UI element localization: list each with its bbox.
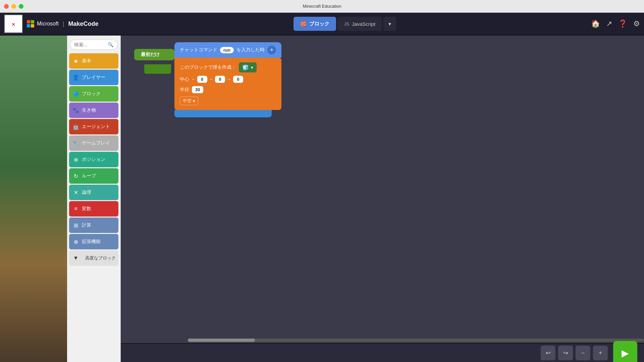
sidebar-item-extension[interactable]: ⊕ 拡張機能	[69, 234, 118, 249]
sidebar-item-kihon[interactable]: ★ 基本	[69, 53, 118, 69]
code-workspace[interactable]: 最初だけ チャットコマンド run を入力した時 + このブロックで球を作成：	[121, 36, 644, 362]
first-only-label: 最初だけ	[141, 52, 160, 57]
loop-icon: ↻	[72, 173, 79, 179]
close-button[interactable]	[4, 4, 9, 9]
undo-button[interactable]: ↩	[541, 346, 555, 360]
dropdown-arrow: ▾	[251, 65, 253, 70]
sidebar-item-label: ループ	[82, 173, 96, 179]
help-button[interactable]: ❓	[618, 19, 627, 28]
player-icon: 👤	[72, 74, 79, 81]
sidebar-item-label: ブロック	[82, 91, 101, 97]
coord-y-value[interactable]: 0	[215, 76, 225, 83]
run-badge[interactable]: run	[220, 47, 234, 53]
paw-icon: 🐾	[72, 107, 79, 114]
hollow-row: 中空 ▾	[180, 97, 276, 105]
share-icon: ↗	[606, 19, 612, 28]
bottom-toolbar: ↩ ↪ − + ▶	[121, 343, 644, 362]
view-dropdown-button[interactable]: ▾	[383, 17, 396, 31]
app-logo: ✕	[4, 14, 23, 33]
navbar: ✕ Microsoft | MakeCode 🧱 ブロック JS JavaScr…	[0, 13, 644, 36]
sidebar-item-position[interactable]: ⊕ ポジション	[69, 152, 118, 167]
run-play-button[interactable]: ▶	[613, 341, 637, 362]
window-controls	[4, 4, 23, 9]
block-icon: 🔷	[72, 91, 79, 97]
undo-icon: ↩	[546, 349, 551, 357]
sidebar-item-player[interactable]: 👤 プレイヤー	[69, 70, 118, 85]
microsoft-icon	[27, 20, 34, 27]
hollow-dropdown[interactable]: 中空 ▾	[180, 97, 198, 105]
sidebar-item-label: エージェント	[82, 124, 110, 130]
radius-value[interactable]: 30	[192, 86, 203, 93]
sidebar-item-blocks[interactable]: 🔷 ブロック	[69, 86, 118, 102]
scrollbar-track	[188, 339, 644, 342]
radius-label: 半径	[180, 87, 189, 93]
maximize-button[interactable]	[19, 4, 23, 9]
sidebar-item-label: ゲームプレイ	[82, 140, 110, 146]
blocks-icon: 🧱	[300, 21, 307, 27]
search-input[interactable]	[74, 42, 106, 47]
logic-icon: ✕	[72, 189, 79, 196]
ms-logo: Microsoft | MakeCode	[27, 20, 99, 27]
zoom-in-button[interactable]: +	[593, 346, 608, 360]
input-time-label: を入力した時	[236, 47, 265, 53]
sidebar-item-label: 変数	[82, 206, 91, 212]
game-panel	[0, 36, 67, 362]
sidebar-item-advanced[interactable]: ▼ 高度なブロック	[69, 250, 118, 266]
sidebar-item-label: 高度なブロック	[85, 255, 116, 261]
sphere-block: このブロックで球を作成： 🧊 ▾ 中心 ~ 0 ~ 0 ~	[174, 58, 281, 110]
coord-x-value[interactable]: 0	[197, 76, 207, 83]
sidebar-item-logic[interactable]: ✕ 論理	[69, 185, 118, 200]
hollow-dropdown-arrow: ▾	[193, 99, 195, 104]
wrench-icon: 🔧	[72, 140, 79, 146]
tilde-1: ~	[192, 77, 195, 82]
sidebar-item-label: 計算	[82, 222, 91, 228]
block-type-dropdown[interactable]: 🧊 ▾	[239, 62, 257, 72]
sidebar-item-gameplay[interactable]: 🔧 ゲームプレイ	[69, 135, 118, 151]
content-area: 🔍 ★ 基本 👤 プレイヤー 🔷 ブロック 🐾 生き物 🤖 エージェント	[0, 36, 644, 362]
tilde-2: ~	[210, 77, 213, 82]
zoom-out-button[interactable]: −	[576, 346, 590, 360]
gear-icon: ⚙	[633, 19, 640, 28]
blocks-tab-button[interactable]: 🧱 ブロック	[293, 17, 336, 31]
scrollbar-thumb[interactable]	[188, 339, 255, 342]
settings-button[interactable]: ⚙	[633, 19, 640, 28]
plus-circle-icon: ⊕	[72, 239, 79, 245]
chevron-down-icon: ▾	[388, 21, 391, 27]
chat-command-header: チャットコマンド run を入力した時 +	[174, 42, 281, 58]
sidebar-item-loop[interactable]: ↻ ループ	[69, 168, 118, 184]
app-title: Minecraft Education	[303, 4, 341, 9]
help-icon: ❓	[618, 19, 627, 28]
cube-icon: 🧊	[242, 64, 249, 71]
star-icon: ★	[72, 58, 79, 64]
sidebar-item-calc[interactable]: ⊞ 計算	[69, 218, 118, 233]
sphere-label: このブロックで球を作成：	[180, 64, 236, 70]
share-button[interactable]: ↗	[606, 19, 612, 28]
first-only-block[interactable]: 最初だけ	[134, 49, 174, 60]
nav-center: 🧱 ブロック JS JavaScript ▾	[103, 17, 587, 31]
variables-icon: ≡	[72, 206, 79, 212]
javascript-tab-button[interactable]: JS JavaScript	[337, 17, 382, 31]
navbar-right: 🏠 ↗ ❓ ⚙	[591, 19, 640, 28]
center-label: 中心	[180, 76, 189, 82]
zoom-out-icon: −	[581, 350, 585, 357]
search-box[interactable]: 🔍	[70, 40, 118, 50]
zoom-in-icon: +	[599, 350, 602, 357]
js-icon: JS	[344, 21, 349, 26]
sidebar-item-label: 生き物	[82, 107, 96, 113]
sidebar-item-mobs[interactable]: 🐾 生き物	[69, 103, 118, 118]
chat-command-block: チャットコマンド run を入力した時 + このブロックで球を作成： 🧊 ▾	[174, 42, 281, 117]
search-icon: 🔍	[108, 42, 113, 47]
coord-z-value[interactable]: 0	[233, 76, 243, 83]
play-icon: ▶	[622, 348, 629, 359]
sidebar-item-agent[interactable]: 🤖 エージェント	[69, 119, 118, 134]
sidebar-item-variables[interactable]: ≡ 変数	[69, 201, 118, 217]
home-button[interactable]: 🏠	[591, 19, 600, 28]
chevron-icon: ▼	[72, 255, 79, 261]
minimize-button[interactable]	[11, 4, 16, 9]
sidebar-item-label: 基本	[82, 58, 91, 64]
add-command-button[interactable]: +	[267, 46, 276, 54]
blocks-tab-label: ブロック	[309, 21, 329, 27]
nav-divider: |	[63, 20, 64, 27]
redo-button[interactable]: ↪	[558, 346, 573, 360]
position-icon: ⊕	[72, 157, 79, 163]
